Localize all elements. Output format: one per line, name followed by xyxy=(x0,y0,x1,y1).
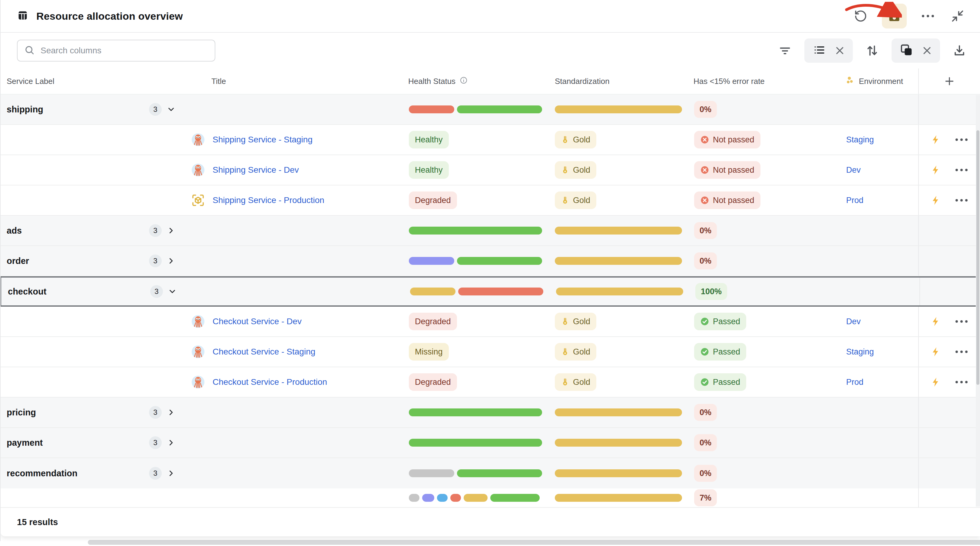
health-status-badge: Degraded xyxy=(409,313,457,330)
more-options-button[interactable] xyxy=(920,8,936,24)
service-title-link[interactable]: Checkout Service - Production xyxy=(213,377,327,387)
error-check-badge: Not passed xyxy=(694,161,760,179)
environment-link[interactable]: Dev xyxy=(846,317,861,326)
service-row-shipping-dev[interactable]: Shipping Service - DevHealthyGoldNot pas… xyxy=(0,155,980,185)
table-icon xyxy=(17,10,29,22)
service-row-checkout-staging[interactable]: Checkout Service - StagingMissingGoldPas… xyxy=(0,337,980,367)
table-footer: 15 results xyxy=(0,507,980,536)
service-row-shipping-staging[interactable]: Shipping Service - StagingHealthyGoldNot… xyxy=(0,125,980,155)
health-status-bar xyxy=(409,439,542,447)
row-menu-button[interactable] xyxy=(955,380,968,384)
group-row-shipping[interactable]: shipping30% xyxy=(0,94,980,125)
environment-link[interactable]: Prod xyxy=(846,196,864,205)
grouping-chip[interactable] xyxy=(892,38,940,63)
col-header-standardization[interactable]: Standardization xyxy=(545,69,687,94)
col-header-environment[interactable]: Environment xyxy=(836,69,918,94)
service-row-shipping-production[interactable]: Shipping Service - ProductionDegradedGol… xyxy=(0,185,980,216)
horizontal-scrollbar[interactable] xyxy=(88,540,980,545)
add-column-button[interactable] xyxy=(943,75,956,87)
chevron-right-icon[interactable] xyxy=(167,438,176,447)
group-label: payment xyxy=(7,438,43,448)
resource-allocation-panel: Resource allocation overview xyxy=(0,0,980,546)
error-rate-badge: 0% xyxy=(694,252,717,269)
search-input[interactable] xyxy=(40,45,208,56)
chevron-right-icon[interactable] xyxy=(167,226,176,235)
standardization-bar xyxy=(555,439,682,447)
filter-button[interactable] xyxy=(776,42,794,59)
panel-left-border xyxy=(0,0,1,541)
list-view-chip[interactable] xyxy=(804,38,853,63)
service-title-link[interactable]: Checkout Service - Dev xyxy=(213,317,302,326)
standardization-badge: Gold xyxy=(555,313,596,330)
environment-link[interactable]: Staging xyxy=(846,135,874,145)
service-title-link[interactable]: Checkout Service - Staging xyxy=(213,347,315,357)
list-icon xyxy=(812,44,826,57)
environment-link[interactable]: Staging xyxy=(846,347,874,357)
row-menu-button[interactable] xyxy=(955,198,968,202)
group-row-recommendation[interactable]: recommendation30% xyxy=(0,458,980,489)
search-columns-input[interactable] xyxy=(17,40,215,62)
health-status-bar xyxy=(409,227,542,235)
vertical-scrollbar-thumb[interactable] xyxy=(976,130,979,385)
search-icon xyxy=(24,45,35,56)
group-row-payment[interactable]: payment30% xyxy=(0,428,980,458)
row-menu-button[interactable] xyxy=(955,168,968,172)
error-rate-badge: 7% xyxy=(694,489,717,506)
count-badge: 3 xyxy=(149,254,162,267)
col-header-title[interactable]: Title xyxy=(182,69,397,94)
group-row-ads[interactable]: ads30% xyxy=(0,216,980,246)
row-menu-button[interactable] xyxy=(955,350,968,354)
info-icon[interactable] xyxy=(460,77,468,86)
health-status-bar xyxy=(409,409,542,416)
quick-action-lightning-button[interactable] xyxy=(931,165,941,175)
group-row-order[interactable]: order30% xyxy=(0,246,980,276)
quick-action-lightning-button[interactable] xyxy=(931,346,941,357)
group-label: pricing xyxy=(7,407,36,418)
squid-icon xyxy=(191,163,205,177)
health-status-badge: Healthy xyxy=(409,131,449,148)
chevron-right-icon[interactable] xyxy=(167,469,176,478)
error-check-badge: Not passed xyxy=(694,192,760,209)
error-check-badge: Not passed xyxy=(694,131,760,148)
standardization-badge: Gold xyxy=(555,192,596,209)
col-header-health-status[interactable]: Health Status xyxy=(397,69,545,94)
group-label: checkout xyxy=(8,287,46,297)
col-header-service-label[interactable]: Service Label xyxy=(0,69,182,94)
quick-action-lightning-button[interactable] xyxy=(931,134,941,145)
environment-link[interactable]: Dev xyxy=(846,165,861,175)
service-title-link[interactable]: Shipping Service - Production xyxy=(213,195,325,205)
quick-action-lightning-button[interactable] xyxy=(931,377,941,387)
collapse-button[interactable] xyxy=(949,8,966,24)
quick-action-lightning-button[interactable] xyxy=(931,316,941,327)
count-badge: 3 xyxy=(150,285,163,298)
standardization-bar xyxy=(555,227,682,235)
group-row-checkout[interactable]: checkout3100% xyxy=(0,276,980,307)
service-row-checkout-production[interactable]: Checkout Service - ProductionDegradedGol… xyxy=(0,367,980,398)
standardization-bar xyxy=(555,494,682,502)
error-rate-badge: 0% xyxy=(694,101,717,118)
row-menu-button[interactable] xyxy=(955,320,968,323)
service-title-link[interactable]: Shipping Service - Staging xyxy=(213,135,313,145)
chevron-right-icon[interactable] xyxy=(167,408,176,417)
environment-link[interactable]: Prod xyxy=(846,378,864,387)
error-check-badge: Passed xyxy=(694,343,746,361)
service-row-checkout-dev[interactable]: Checkout Service - DevDegradedGoldPassed… xyxy=(0,307,980,337)
table-header-row: Service Label Title Health Status Standa… xyxy=(0,69,980,94)
clear-list-view-button[interactable] xyxy=(835,45,845,56)
summary-row[interactable]: 7% xyxy=(0,489,980,507)
chevron-down-icon[interactable] xyxy=(168,287,177,296)
title-bar: Resource allocation overview xyxy=(0,0,980,33)
row-menu-button[interactable] xyxy=(955,138,968,142)
health-status-bar xyxy=(409,257,542,265)
chevron-down-icon[interactable] xyxy=(167,105,176,114)
group-row-pricing[interactable]: pricing30% xyxy=(0,398,980,428)
service-title-link[interactable]: Shipping Service - Dev xyxy=(213,165,299,175)
quick-action-lightning-button[interactable] xyxy=(931,195,941,206)
sort-button[interactable] xyxy=(864,42,881,59)
table-body: shipping30%Shipping Service - StagingHea… xyxy=(0,94,980,507)
standardization-badge: Gold xyxy=(555,343,596,361)
chevron-right-icon[interactable] xyxy=(167,256,176,265)
clear-grouping-button[interactable] xyxy=(922,45,932,56)
download-button[interactable] xyxy=(951,42,968,59)
col-header-error-rate[interactable]: Has <15% error rate xyxy=(687,69,836,94)
